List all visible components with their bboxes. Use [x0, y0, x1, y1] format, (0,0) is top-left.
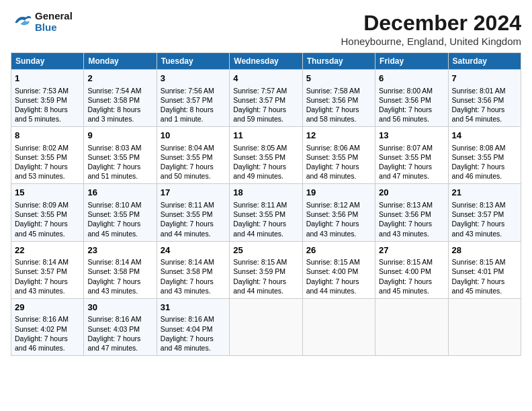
- day-info: and 45 minutes.: [87, 229, 152, 238]
- day-info: Daylight: 7 hours: [452, 219, 517, 228]
- calendar-cell: 29Sunrise: 8:16 AMSunset: 4:02 PMDayligh…: [11, 298, 84, 355]
- day-number: 11: [233, 130, 298, 142]
- day-info: and 49 minutes.: [233, 171, 298, 181]
- day-of-week-monday: Monday: [84, 53, 157, 70]
- day-info: and 43 minutes.: [87, 286, 152, 295]
- day-info: Daylight: 8 hours: [161, 105, 226, 114]
- logo-icon: [11, 13, 32, 32]
- day-info: Daylight: 7 hours: [306, 162, 371, 171]
- day-info: Daylight: 7 hours: [233, 162, 298, 171]
- calendar-cell: 12Sunrise: 8:06 AMSunset: 3:55 PMDayligh…: [302, 127, 375, 184]
- calendar-cell: 23Sunrise: 8:14 AMSunset: 3:58 PMDayligh…: [84, 241, 157, 298]
- day-info: Sunset: 3:56 PM: [306, 210, 371, 219]
- day-info: Sunrise: 8:02 AM: [15, 143, 80, 152]
- day-info: Sunrise: 8:04 AM: [161, 143, 226, 152]
- day-info: and 44 minutes.: [233, 229, 298, 238]
- day-info: Sunrise: 8:15 AM: [452, 257, 517, 267]
- day-info: and 45 minutes.: [15, 229, 80, 238]
- day-info: Sunset: 3:55 PM: [87, 210, 152, 219]
- day-info: Sunset: 3:57 PM: [161, 95, 226, 105]
- calendar-cell: 26Sunrise: 8:15 AMSunset: 4:00 PMDayligh…: [302, 241, 375, 298]
- day-of-week-tuesday: Tuesday: [157, 53, 229, 70]
- day-info: Sunset: 4:00 PM: [379, 267, 444, 276]
- day-info: Sunset: 4:02 PM: [15, 324, 80, 334]
- day-info: Sunrise: 8:14 AM: [15, 257, 80, 267]
- day-number: 18: [233, 187, 298, 199]
- calendar-cell: 1Sunrise: 7:53 AMSunset: 3:59 PMDaylight…: [11, 70, 84, 127]
- calendar-cell: 5Sunrise: 7:58 AMSunset: 3:56 PMDaylight…: [302, 70, 375, 127]
- day-info: and 44 minutes.: [233, 286, 298, 295]
- day-info: Sunrise: 8:16 AM: [15, 314, 80, 324]
- day-info: Daylight: 7 hours: [452, 105, 517, 114]
- day-info: and 43 minutes.: [306, 229, 371, 238]
- day-info: Sunrise: 7:57 AM: [233, 86, 298, 95]
- day-info: Sunset: 3:58 PM: [87, 267, 152, 276]
- header: General Blue December 2024 Honeybourne, …: [11, 11, 521, 47]
- day-number: 22: [15, 244, 80, 257]
- calendar-cell: 16Sunrise: 8:10 AMSunset: 3:55 PMDayligh…: [84, 184, 157, 241]
- day-info: Sunrise: 8:07 AM: [379, 143, 444, 152]
- calendar-cell: 10Sunrise: 8:04 AMSunset: 3:55 PMDayligh…: [157, 127, 229, 184]
- day-info: and 43 minutes.: [452, 229, 517, 238]
- day-info: and 56 minutes.: [379, 114, 444, 124]
- day-info: Daylight: 7 hours: [87, 219, 152, 228]
- calendar-cell: 15Sunrise: 8:09 AMSunset: 3:55 PMDayligh…: [11, 184, 84, 241]
- day-info: Sunrise: 8:06 AM: [306, 143, 371, 152]
- day-number: 20: [379, 187, 444, 199]
- logo-line2: Blue: [35, 22, 73, 34]
- day-info: Sunset: 3:55 PM: [15, 210, 80, 219]
- day-info: Sunrise: 7:53 AM: [15, 86, 80, 95]
- day-number: 19: [306, 187, 371, 199]
- day-info: Sunrise: 8:13 AM: [452, 200, 517, 210]
- day-number: 24: [161, 244, 226, 257]
- day-info: Sunrise: 8:16 AM: [87, 314, 152, 324]
- day-number: 12: [306, 130, 371, 142]
- calendar-cell: 11Sunrise: 8:05 AMSunset: 3:55 PMDayligh…: [230, 127, 302, 184]
- day-info: Daylight: 7 hours: [87, 277, 152, 286]
- calendar-cell: 18Sunrise: 8:11 AMSunset: 3:55 PMDayligh…: [230, 184, 302, 241]
- calendar-cell: 27Sunrise: 8:15 AMSunset: 4:00 PMDayligh…: [375, 241, 448, 298]
- day-info: Sunset: 3:55 PM: [161, 152, 226, 162]
- day-info: Sunset: 3:55 PM: [87, 152, 152, 162]
- day-number: 10: [161, 130, 226, 142]
- day-info: Daylight: 7 hours: [15, 219, 80, 228]
- day-of-week-wednesday: Wednesday: [230, 53, 302, 70]
- day-info: and 48 minutes.: [161, 343, 226, 353]
- day-info: and 46 minutes.: [452, 171, 517, 181]
- calendar-cell: 30Sunrise: 8:16 AMSunset: 4:03 PMDayligh…: [84, 298, 157, 355]
- day-info: Daylight: 7 hours: [306, 105, 371, 114]
- day-info: Sunset: 3:55 PM: [452, 152, 517, 162]
- calendar-cell: 3Sunrise: 7:56 AMSunset: 3:57 PMDaylight…: [157, 70, 229, 127]
- day-info: Sunset: 3:57 PM: [15, 267, 80, 276]
- day-info: Sunrise: 7:56 AM: [161, 86, 226, 95]
- day-of-week-friday: Friday: [375, 53, 448, 70]
- day-info: Daylight: 7 hours: [161, 277, 226, 286]
- day-info: Sunrise: 8:15 AM: [233, 257, 298, 267]
- day-info: and 45 minutes.: [379, 286, 444, 295]
- day-info: and 47 minutes.: [379, 171, 444, 181]
- day-info: and 44 minutes.: [161, 229, 226, 238]
- day-number: 25: [233, 244, 298, 257]
- day-info: Sunset: 3:57 PM: [452, 210, 517, 219]
- day-info: Sunset: 3:55 PM: [15, 152, 80, 162]
- calendar-cell: 19Sunrise: 8:12 AMSunset: 3:56 PMDayligh…: [302, 184, 375, 241]
- day-info: Sunrise: 8:00 AM: [379, 86, 444, 95]
- day-info: Sunrise: 8:15 AM: [306, 257, 371, 267]
- day-info: Sunset: 4:03 PM: [87, 324, 152, 334]
- calendar-cell: 4Sunrise: 7:57 AMSunset: 3:57 PMDaylight…: [230, 70, 302, 127]
- calendar-cell: 2Sunrise: 7:54 AMSunset: 3:58 PMDaylight…: [84, 70, 157, 127]
- day-number: 26: [306, 244, 371, 257]
- day-info: Daylight: 7 hours: [233, 277, 298, 286]
- title-area: December 2024 Honeybourne, England, Unit…: [341, 11, 521, 47]
- day-info: Daylight: 7 hours: [379, 105, 444, 114]
- day-info: Sunset: 3:59 PM: [233, 267, 298, 276]
- day-info: Sunrise: 7:58 AM: [306, 86, 371, 95]
- calendar-cell: [448, 298, 521, 355]
- day-info: Daylight: 7 hours: [379, 219, 444, 228]
- subtitle: Honeybourne, England, United Kingdom: [341, 36, 521, 47]
- day-info: and 51 minutes.: [87, 171, 152, 181]
- day-info: Sunrise: 8:10 AM: [87, 200, 152, 210]
- day-info: Sunrise: 8:09 AM: [15, 200, 80, 210]
- day-info: Sunset: 3:57 PM: [233, 95, 298, 105]
- calendar-cell: 14Sunrise: 8:08 AMSunset: 3:55 PMDayligh…: [448, 127, 521, 184]
